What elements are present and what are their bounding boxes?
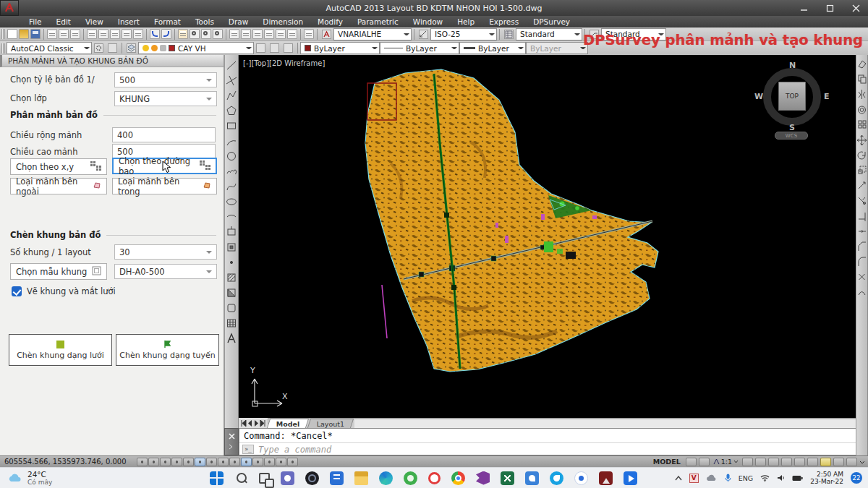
text-style-combo[interactable]: VNARIALHE: [333, 28, 412, 40]
publish-icon[interactable]: [70, 29, 80, 39]
pan-icon[interactable]: [178, 29, 188, 39]
command-prompt-icon[interactable]: »_: [242, 445, 254, 454]
save-workspace-icon[interactable]: [108, 43, 117, 53]
compass-n[interactable]: N: [789, 61, 796, 70]
make-current-icon[interactable]: [256, 43, 265, 53]
command-prompt[interactable]: »_ Type a command: [239, 442, 867, 455]
match-properties-icon[interactable]: [122, 29, 132, 39]
status-toggle-snap[interactable]: [148, 458, 159, 466]
menu-format[interactable]: Format: [147, 16, 188, 27]
status-workspace-switch-icon[interactable]: [794, 458, 805, 466]
insert-grid-frame-button[interactable]: Chèn khung dạng lưới: [9, 334, 112, 366]
color-combo[interactable]: ByLayer: [300, 42, 380, 54]
open-icon[interactable]: [19, 29, 29, 39]
select-xy-button[interactable]: Chọn theo x,y: [10, 158, 107, 175]
language-indicator[interactable]: ENG: [739, 474, 753, 482]
markup-icon[interactable]: [276, 29, 286, 39]
status-toggle-polar[interactable]: [183, 458, 194, 466]
tab-navigation[interactable]: [239, 418, 268, 428]
status-toggle-transparency[interactable]: [264, 458, 275, 466]
template-combo[interactable]: DH-A0-500: [114, 264, 217, 279]
design-center-icon[interactable]: [241, 29, 251, 39]
battery-icon[interactable]: [792, 475, 803, 481]
model-space-label[interactable]: MODEL: [650, 458, 684, 466]
dim-style-combo[interactable]: ISO-25: [430, 28, 497, 40]
layout-quickview-icon[interactable]: [686, 458, 697, 466]
status-toggle-selection-cycling[interactable]: [287, 458, 298, 466]
linetype-combo[interactable]: ByLayer: [380, 42, 459, 54]
taskbar-icon-start[interactable]: [210, 471, 224, 485]
cut-icon[interactable]: [87, 29, 97, 39]
taskbar-icon-taskview[interactable]: [259, 473, 270, 484]
close-button[interactable]: [851, 3, 861, 13]
help-icon[interactable]: [304, 29, 314, 39]
menu-file[interactable]: File: [22, 16, 49, 27]
checkbox-checked-icon[interactable]: [12, 286, 22, 296]
status-toggle-infer-constraints[interactable]: [137, 458, 148, 466]
taskbar-icon-explorer[interactable]: [354, 471, 368, 485]
lineweight-combo[interactable]: ByLayer: [459, 42, 526, 54]
viewcube-top-face[interactable]: TOP: [778, 82, 806, 111]
remove-inside-button[interactable]: Loại mảnh bên trong: [112, 178, 217, 194]
status-clean-screen-icon[interactable]: [846, 458, 857, 466]
restore-button[interactable]: [825, 3, 835, 13]
menu-edit[interactable]: Edit: [49, 16, 78, 27]
lock-icon[interactable]: [160, 45, 166, 51]
modify-toolbar[interactable]: [856, 55, 868, 455]
unikey-icon[interactable]: V: [689, 474, 699, 483]
copy-icon[interactable]: [98, 29, 109, 39]
taskbar-icon-people[interactable]: [525, 471, 539, 485]
frames-combo[interactable]: 30: [114, 244, 217, 260]
layer-previous-icon[interactable]: [270, 43, 279, 53]
status-autoscale-icon[interactable]: [781, 458, 792, 466]
plot-icon[interactable]: [47, 29, 57, 39]
menu-tools[interactable]: Tools: [188, 16, 221, 27]
width-input[interactable]: 400: [112, 127, 216, 142]
speaker-icon[interactable]: [777, 474, 785, 481]
menu-window[interactable]: Window: [406, 16, 450, 27]
status-quick-view-layouts-icon[interactable]: [755, 458, 766, 466]
command-window-grip[interactable]: [224, 428, 239, 455]
menu-insert[interactable]: Insert: [111, 16, 147, 27]
status-toggle-grid[interactable]: [160, 458, 171, 466]
status-toggle-ortho[interactable]: [171, 458, 182, 466]
sheet-set-icon[interactable]: [264, 29, 274, 39]
bulb-icon[interactable]: [142, 45, 149, 51]
wcs-selector[interactable]: WCS: [775, 132, 808, 140]
compass-e[interactable]: E: [824, 92, 830, 101]
quickview-drawings-icon[interactable]: [699, 458, 710, 466]
command-line[interactable]: Command: *Cancel* »_ Type a command: [239, 428, 868, 455]
menu-help[interactable]: Help: [450, 16, 482, 27]
draw-toolbar[interactable]: [224, 55, 239, 455]
autocad-logo-icon[interactable]: [0, 0, 19, 16]
zoom-previous-icon[interactable]: [213, 29, 223, 39]
status-toggle-lwt[interactable]: [252, 458, 263, 466]
taskbar-icon-excel[interactable]: [501, 471, 514, 485]
save-icon[interactable]: [30, 29, 41, 39]
toolbar-grip[interactable]: [1, 43, 5, 53]
status-toggle-quick-properties[interactable]: [276, 458, 286, 466]
status-toggle-osnap[interactable]: [195, 458, 205, 466]
notification-badge[interactable]: 22: [851, 472, 862, 484]
taskbar-clock[interactable]: 2:50 AM 23-Mar-22: [810, 471, 843, 485]
zoom-realtime-icon[interactable]: [190, 29, 200, 39]
layer-select-combo[interactable]: KHUNG: [114, 91, 217, 106]
zoom-window-icon[interactable]: [201, 29, 211, 39]
taskbar-icon-search[interactable]: [234, 471, 248, 485]
taskbar-icon-calculator[interactable]: [330, 471, 344, 485]
tab-scroll-track[interactable]: [354, 419, 856, 428]
menu-draw[interactable]: Draw: [221, 16, 255, 27]
status-hardware-accel-icon[interactable]: [820, 458, 831, 466]
annotation-scale[interactable]: 1:1: [712, 458, 740, 466]
remove-outside-button[interactable]: Loại mảnh bên ngoài: [10, 178, 107, 194]
taskbar-icon-camera[interactable]: [305, 471, 319, 485]
taskbar-weather[interactable]: 24°C Có mây: [0, 471, 94, 486]
status-isolate-objects-icon[interactable]: [833, 458, 844, 466]
redo-icon[interactable]: [161, 29, 171, 39]
viewcube[interactable]: N S W E TOP WCS: [757, 62, 827, 137]
undo-icon[interactable]: [150, 29, 160, 39]
insert-line-frame-button[interactable]: Chèn khung dạng tuyến: [116, 334, 219, 366]
tab-model[interactable]: Model: [267, 419, 310, 428]
taskbar-icon-movies[interactable]: [624, 471, 637, 485]
gear-icon[interactable]: [94, 43, 103, 53]
